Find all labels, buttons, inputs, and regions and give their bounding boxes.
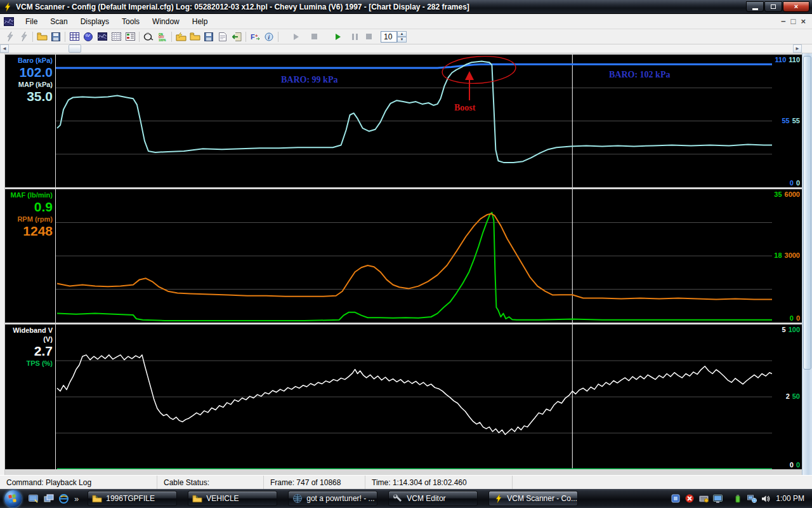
axis-tick-row: 110110 bbox=[775, 56, 801, 64]
svg-text:F: F bbox=[251, 33, 255, 41]
close-button[interactable]: × bbox=[783, 1, 809, 12]
taskbar-button-label: VCM Scanner - Co... bbox=[507, 494, 577, 503]
save-config-icon[interactable] bbox=[49, 30, 63, 43]
mdi-close-button[interactable]: × bbox=[801, 17, 806, 26]
gauge-display-icon[interactable] bbox=[81, 30, 95, 43]
axis-tick-row: 183000 bbox=[774, 251, 800, 259]
vertical-scroll-thumb[interactable] bbox=[803, 56, 811, 370]
quicklaunch-chevron-icon[interactable]: » bbox=[74, 494, 79, 504]
log-file-icon[interactable] bbox=[216, 30, 230, 43]
menu-help[interactable]: Help bbox=[186, 15, 214, 29]
panel3-axis: 510025000 bbox=[772, 324, 801, 469]
playback-speed-value[interactable]: 10 bbox=[381, 31, 397, 43]
dtc-icon[interactable] bbox=[141, 30, 155, 43]
map-value: 35.0 bbox=[5, 89, 53, 104]
scroll-right-arrow-icon[interactable]: ► bbox=[793, 44, 802, 53]
pause-icon[interactable] bbox=[348, 30, 362, 43]
menu-tools[interactable]: Tools bbox=[115, 15, 146, 29]
panel-wideband-tps: Wideband V (V) 2.7 TPS (%) 510025000 bbox=[5, 324, 802, 469]
taskbar-button-vehicle[interactable]: VEHICLE bbox=[188, 491, 277, 506]
playback-speed-spinner[interactable]: 10 ▲ ▼ bbox=[381, 31, 407, 43]
tray-error-icon[interactable] bbox=[684, 493, 695, 504]
baro-map-plot[interactable]: BARO: 99 kPa BARO: 102 kPa Boost bbox=[56, 55, 772, 187]
status-frame: Frame: 747 of 10868 bbox=[264, 476, 365, 489]
tray-keyboard-icon[interactable] bbox=[698, 493, 709, 504]
window-title: VCM Scanner - Config (Default Imperial.c… bbox=[16, 3, 745, 11]
lightning-icon bbox=[493, 493, 503, 504]
tps-label: TPS (%) bbox=[5, 359, 53, 368]
save-log-icon[interactable] bbox=[202, 30, 216, 43]
chart-display-area: Baro (kPa) 102.0 MAP (kPa) 35.0 BARO: 99… bbox=[0, 53, 812, 475]
wideband-label: Wideband V (V) bbox=[5, 326, 53, 344]
horizontal-scrollbar[interactable]: ◄ ► bbox=[0, 44, 812, 53]
wideband-tps-plot[interactable] bbox=[56, 324, 772, 469]
title-bar: VCM Scanner - Config (Default Imperial.c… bbox=[0, 0, 812, 14]
taskbar-button-label: got a powrtuner! - ... bbox=[306, 494, 374, 503]
open-folder-icon[interactable] bbox=[188, 30, 202, 43]
record-stop-icon[interactable] bbox=[307, 30, 321, 43]
chart-window-icon bbox=[4, 17, 14, 26]
horizontal-scroll-thumb[interactable] bbox=[69, 44, 81, 53]
show-desktop-icon[interactable] bbox=[28, 493, 39, 504]
speed-down-arrow[interactable]: ▼ bbox=[397, 37, 407, 43]
taskbar-button-vcm-editor[interactable]: VCM Editor bbox=[388, 491, 478, 506]
minimize-button[interactable] bbox=[746, 1, 764, 12]
taskbar-button-vcm-scanner[interactable]: VCM Scanner - Co... bbox=[488, 491, 578, 506]
grid-display-icon[interactable] bbox=[109, 30, 123, 43]
tray-app-icon[interactable] bbox=[671, 493, 681, 504]
mdi-minimize-button[interactable]: − bbox=[781, 17, 786, 26]
map-label: MAP (kPa) bbox=[5, 80, 53, 89]
table-display-icon[interactable] bbox=[67, 30, 81, 43]
open-config-icon[interactable] bbox=[35, 30, 49, 43]
menu-file[interactable]: File bbox=[19, 15, 44, 29]
taskbar-button-label: 1996TGPFILE bbox=[106, 494, 155, 503]
menu-bar: File Scan Displays Tools Window Help − □… bbox=[0, 14, 812, 29]
status-cable: Cable Status: bbox=[157, 476, 264, 489]
maf-label: MAF (lb/min) bbox=[5, 190, 53, 199]
tray-network-icon[interactable] bbox=[747, 493, 757, 504]
folder-icon bbox=[92, 493, 102, 504]
export-log-icon[interactable] bbox=[230, 30, 244, 43]
start-button[interactable] bbox=[4, 490, 22, 507]
info-icon[interactable]: i bbox=[262, 30, 276, 43]
switch-windows-icon[interactable] bbox=[43, 493, 54, 504]
open-log-icon[interactable] bbox=[174, 30, 188, 43]
taskbar-button-1996tgpfile[interactable]: 1996TGPFILE bbox=[88, 491, 177, 506]
dashboard-display-icon[interactable] bbox=[123, 30, 137, 43]
maf-rpm-plot[interactable] bbox=[56, 189, 772, 323]
play-icon[interactable] bbox=[331, 30, 345, 43]
panel3-legend: Wideband V (V) 2.7 TPS (%) bbox=[5, 324, 56, 469]
channels-config-icon[interactable]: F+ bbox=[248, 30, 262, 43]
output-control-icon[interactable]: ONOFF100% bbox=[155, 30, 169, 43]
scroll-left-arrow-icon[interactable]: ◄ bbox=[0, 44, 9, 53]
tray-power-icon[interactable] bbox=[733, 493, 743, 504]
menu-window[interactable]: Window bbox=[146, 15, 186, 29]
panel2-legend: MAF (lb/min) 0.9 RPM (rpm) 1248 bbox=[5, 189, 56, 323]
panel2-axis: 35600018300000 bbox=[772, 189, 801, 323]
chart-display-icon[interactable] bbox=[95, 30, 109, 43]
menu-scan[interactable]: Scan bbox=[44, 15, 74, 29]
lightning-icon-2[interactable] bbox=[16, 30, 30, 43]
axis-tick-row: 356000 bbox=[774, 190, 800, 198]
chart-left-border bbox=[0, 53, 5, 475]
panel1-axis: 110110555500 bbox=[772, 55, 801, 187]
baro-value: 102.0 bbox=[5, 65, 53, 80]
mdi-restore-button[interactable]: □ bbox=[791, 17, 796, 26]
menu-displays[interactable]: Displays bbox=[74, 15, 115, 29]
boost-annotation: Boost bbox=[454, 103, 475, 113]
taskbar-button-browser[interactable]: got a powrtuner! - ... bbox=[288, 491, 377, 506]
tray-display-icon[interactable] bbox=[712, 493, 723, 504]
taskbar: » 1996TGPFILE VEHICLE got a powrtuner! -… bbox=[0, 489, 812, 508]
restore-button[interactable] bbox=[764, 1, 782, 12]
stop-icon[interactable] bbox=[362, 30, 376, 43]
speed-up-arrow[interactable]: ▲ bbox=[397, 31, 407, 37]
record-play-icon[interactable] bbox=[289, 30, 303, 43]
axis-tick-row: 5100 bbox=[782, 326, 800, 333]
globe-icon bbox=[292, 493, 303, 504]
internet-explorer-icon[interactable] bbox=[58, 493, 69, 504]
lightning-icon-1[interactable] bbox=[3, 30, 16, 43]
axis-tick-row: 00 bbox=[790, 314, 800, 322]
vertical-scrollbar[interactable] bbox=[802, 53, 812, 475]
status-command: Command: Playback Log bbox=[0, 476, 157, 489]
tray-volume-icon[interactable] bbox=[761, 493, 771, 504]
